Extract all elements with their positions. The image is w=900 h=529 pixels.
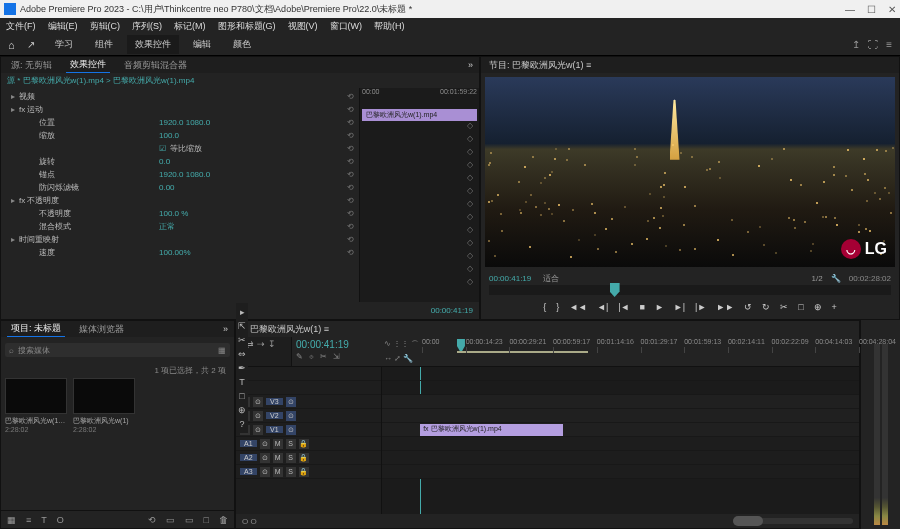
keyframe-reset-icon[interactable]: ⟲	[345, 248, 355, 257]
home-icon[interactable]: ⌂	[8, 39, 15, 51]
audio-track-header[interactable]: A2⊙MS🔒	[236, 451, 381, 465]
tool-button[interactable]: ⊕	[238, 405, 246, 415]
track-toggle[interactable]: ⊙	[253, 397, 263, 407]
ec-property-row[interactable]: 缩放100.0⟲	[5, 129, 355, 142]
tl-edit-icon[interactable]: ✎	[296, 352, 303, 361]
tab-audio-mixer[interactable]: 音频剪辑混合器	[120, 58, 191, 73]
transport-button[interactable]: {	[543, 302, 546, 312]
tl-snap-icon[interactable]: ⋮⋮	[393, 339, 409, 352]
track-toggle[interactable]: 🔒	[299, 467, 309, 477]
ec-prop-value[interactable]: 0.0	[159, 157, 170, 166]
program-res[interactable]: 1/2	[812, 274, 823, 283]
tool-button[interactable]: □	[239, 391, 244, 401]
menu-item[interactable]: 图形和标题(G)	[218, 20, 276, 33]
transport-button[interactable]: ↺	[744, 302, 752, 312]
project-action-button[interactable]: ⟲	[148, 515, 156, 525]
track-toggle[interactable]: 🔒	[299, 439, 309, 449]
tool-button[interactable]: T	[239, 377, 245, 387]
share-icon[interactable]: ↥	[852, 39, 860, 50]
ec-property-row[interactable]: ▸fx 运动⟲	[5, 103, 355, 116]
ec-property-row[interactable]: 速度100.00%⟲	[5, 246, 355, 259]
tab-media-browser[interactable]: 媒体浏览器	[75, 322, 128, 337]
tab-color[interactable]: 颜色	[225, 35, 259, 54]
menu-item[interactable]: 文件(F)	[6, 20, 36, 33]
menu-item[interactable]: 窗口(W)	[330, 20, 363, 33]
ec-clip-bar[interactable]: 巴黎欧洲风光w(1).mp4	[362, 109, 477, 121]
tl-snap-icon[interactable]: 🔧	[403, 354, 413, 365]
transport-button[interactable]: ■	[639, 302, 644, 312]
video-track-header[interactable]: fx⊙V3⊙	[236, 395, 381, 409]
program-playhead[interactable]	[610, 283, 620, 297]
transport-button[interactable]: ◄◄	[569, 302, 587, 312]
ec-prop-value[interactable]: 1920.0 1080.0	[159, 170, 210, 179]
transport-button[interactable]: ►|	[674, 302, 685, 312]
timeline-workarea[interactable]	[457, 351, 588, 353]
timeline-zoom-slider[interactable]	[733, 518, 853, 524]
ec-prop-value[interactable]: ☑等比缩放	[159, 143, 202, 154]
tab-edit[interactable]: 编辑	[185, 35, 219, 54]
tool-button[interactable]: ▸	[240, 307, 245, 317]
ec-prop-value[interactable]: 正常	[159, 221, 175, 232]
ec-property-row[interactable]: 位置1920.0 1080.0⟲	[5, 116, 355, 129]
audio-track-lane[interactable]	[382, 451, 859, 465]
track-toggle[interactable]: M	[273, 453, 283, 463]
tl-mode-icon[interactable]: ⇢	[257, 339, 265, 349]
transport-button[interactable]: ►	[655, 302, 664, 312]
keyframe-reset-icon[interactable]: ⟲	[345, 196, 355, 205]
tab-project[interactable]: 项目: 未标题	[7, 321, 65, 337]
tl-snap-icon[interactable]: ∿	[384, 339, 391, 352]
tl-edit-icon[interactable]: ✂	[320, 352, 327, 361]
filter-icon[interactable]: ▦	[218, 346, 226, 355]
project-view-button[interactable]: ▦	[7, 515, 16, 525]
tool-button[interactable]: ⇱	[238, 321, 246, 331]
keyframe-reset-icon[interactable]: ⟲	[345, 118, 355, 127]
ec-prop-value[interactable]: 100.0 %	[159, 209, 188, 218]
timeline-timecode[interactable]: 00:00:41:19	[296, 339, 378, 350]
menu-item[interactable]: 剪辑(C)	[90, 20, 121, 33]
keyframe-reset-icon[interactable]: ⟲	[345, 105, 355, 114]
track-toggle[interactable]: ⊙	[260, 467, 270, 477]
transport-button[interactable]: ►►	[716, 302, 734, 312]
track-toggle[interactable]: ⊙	[260, 439, 270, 449]
ec-prop-value[interactable]: 0.00	[159, 183, 175, 192]
close-button[interactable]: ✕	[888, 4, 896, 15]
minimize-button[interactable]: —	[845, 4, 855, 15]
track-toggle[interactable]: ⊙	[253, 425, 263, 435]
tool-button[interactable]: ✒	[238, 363, 246, 373]
video-track-lane[interactable]	[382, 409, 859, 423]
settings-icon[interactable]: 🔧	[831, 274, 841, 283]
project-view-button[interactable]: O	[57, 515, 64, 525]
keyframe-reset-icon[interactable]: ⟲	[345, 170, 355, 179]
track-toggle[interactable]: 🔒	[299, 453, 309, 463]
program-fit[interactable]: 适合	[543, 273, 559, 284]
keyframe-reset-icon[interactable]: ⟲	[345, 144, 355, 153]
keyframe-reset-icon[interactable]: ⟲	[345, 209, 355, 218]
tl-snap-icon[interactable]: ⤢	[394, 354, 401, 365]
tool-button[interactable]: ✂	[238, 335, 246, 345]
project-view-button[interactable]: ≡	[26, 515, 31, 525]
program-tc-current[interactable]: 00:00:41:19	[489, 274, 531, 283]
keyframe-reset-icon[interactable]: ⟲	[345, 157, 355, 166]
transport-button[interactable]: |◄	[618, 302, 629, 312]
transport-button[interactable]: □	[798, 302, 803, 312]
transport-button[interactable]: ◄|	[597, 302, 608, 312]
timeline-track-collapse[interactable]: O O	[242, 517, 257, 526]
audio-track-lane[interactable]	[382, 437, 859, 451]
menu-item[interactable]: 帮助(H)	[374, 20, 405, 33]
timeline-clip[interactable]: fx 巴黎欧洲风光w(1).mp4	[420, 424, 563, 436]
transport-button[interactable]: +	[832, 302, 837, 312]
ec-property-row[interactable]: ☑等比缩放⟲	[5, 142, 355, 155]
transport-button[interactable]: |►	[695, 302, 706, 312]
tool-button[interactable]: ?	[239, 419, 244, 429]
video-track-header[interactable]: fx⊙V2⊙	[236, 409, 381, 423]
menu-item[interactable]: 视图(V)	[288, 20, 318, 33]
menu-item[interactable]: 序列(S)	[132, 20, 162, 33]
ec-prop-value[interactable]: 1920.0 1080.0	[159, 118, 210, 127]
project-action-button[interactable]: ▭	[166, 515, 175, 525]
ec-prop-value[interactable]: 100.00%	[159, 248, 191, 257]
transport-button[interactable]: ↻	[762, 302, 770, 312]
tab-effect-controls[interactable]: 效果控件	[66, 57, 110, 73]
tl-edit-icon[interactable]: ⇲	[333, 352, 340, 361]
track-toggle[interactable]: ⊙	[260, 453, 270, 463]
menu-item[interactable]: 编辑(E)	[48, 20, 78, 33]
